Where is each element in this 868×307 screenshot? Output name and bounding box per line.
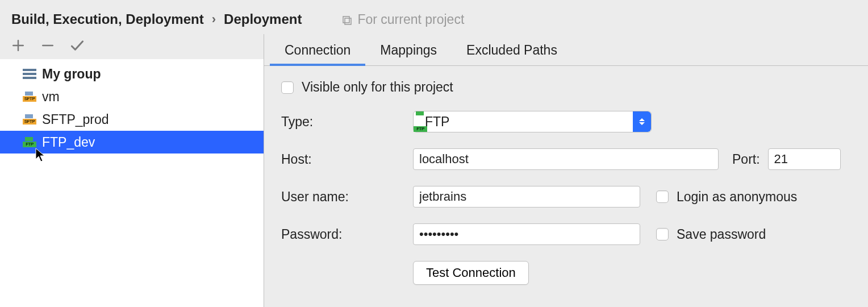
detail-tabs: Connection Mappings Excluded Paths (264, 34, 868, 66)
password-label: Password: (281, 227, 413, 242)
tree-group[interactable]: My group (0, 63, 264, 85)
port-input[interactable] (768, 148, 841, 170)
set-default-button[interactable] (69, 38, 85, 53)
tree-group-label: My group (42, 67, 101, 82)
mouse-cursor-icon (35, 148, 47, 166)
tree-item-vm[interactable]: SFTP vm (0, 85, 264, 108)
tab-excluded-paths[interactable]: Excluded Paths (452, 35, 572, 66)
tree-item-sftp-prod[interactable]: SFTP SFTP_prod (0, 108, 264, 131)
username-label: User name: (281, 189, 413, 205)
add-button[interactable] (10, 38, 26, 53)
sftp-server-icon: SFTP (23, 92, 36, 102)
visible-only-label: Visible only for this project (302, 80, 453, 95)
type-select-value: FTP (425, 114, 449, 130)
servers-toolbar (0, 34, 264, 59)
tree-item-ftp-dev[interactable]: FTP FTP_dev (0, 131, 264, 154)
remove-button[interactable] (40, 38, 56, 53)
save-password-checkbox[interactable]: Save password (656, 227, 766, 242)
sftp-server-icon: SFTP (23, 114, 36, 125)
visible-only-checkbox[interactable]: Visible only for this project (281, 80, 453, 95)
servers-tree[interactable]: My group SFTP vm SFTP SFTP_prod (0, 59, 264, 307)
chevron-up-down-icon (633, 111, 651, 132)
breadcrumb-current: Deployment (224, 11, 302, 27)
svg-rect-1 (343, 16, 349, 23)
type-select[interactable]: FTP FTP (413, 111, 652, 132)
checkbox-icon (656, 190, 669, 203)
username-input[interactable] (413, 186, 640, 208)
breadcrumb: Build, Execution, Deployment › Deploymen… (0, 0, 868, 34)
tree-item-label: FTP_dev (42, 135, 95, 150)
tab-connection[interactable]: Connection (270, 35, 365, 66)
group-icon (23, 69, 36, 79)
scope-hint-label: For current project (357, 12, 464, 27)
checkbox-icon (281, 81, 294, 94)
test-connection-button[interactable]: Test Connection (413, 261, 529, 285)
tree-item-label: SFTP_prod (42, 112, 109, 127)
tree-item-label: vm (42, 89, 60, 105)
save-password-label: Save password (677, 227, 766, 242)
host-input[interactable] (413, 148, 719, 170)
tab-mappings[interactable]: Mappings (365, 35, 452, 66)
ftp-server-icon: FTP (23, 137, 36, 147)
scope-hint: For current project (343, 12, 464, 27)
breadcrumb-parent[interactable]: Build, Execution, Deployment (11, 11, 204, 27)
svg-rect-0 (345, 18, 351, 24)
connection-form: Visible only for this project Type: FTP … (264, 66, 868, 285)
login-anonymous-checkbox[interactable]: Login as anonymous (656, 189, 797, 205)
servers-panel: My group SFTP vm SFTP SFTP_prod (0, 34, 264, 307)
copy-icon (343, 14, 353, 24)
checkbox-icon (656, 228, 669, 240)
chevron-right-icon: › (211, 12, 217, 27)
password-input[interactable] (413, 223, 640, 245)
port-label: Port: (732, 152, 760, 167)
type-label: Type: (281, 114, 413, 130)
server-details-panel: Connection Mappings Excluded Paths Visib… (264, 34, 868, 307)
host-label: Host: (281, 152, 413, 167)
login-anonymous-label: Login as anonymous (677, 189, 797, 205)
